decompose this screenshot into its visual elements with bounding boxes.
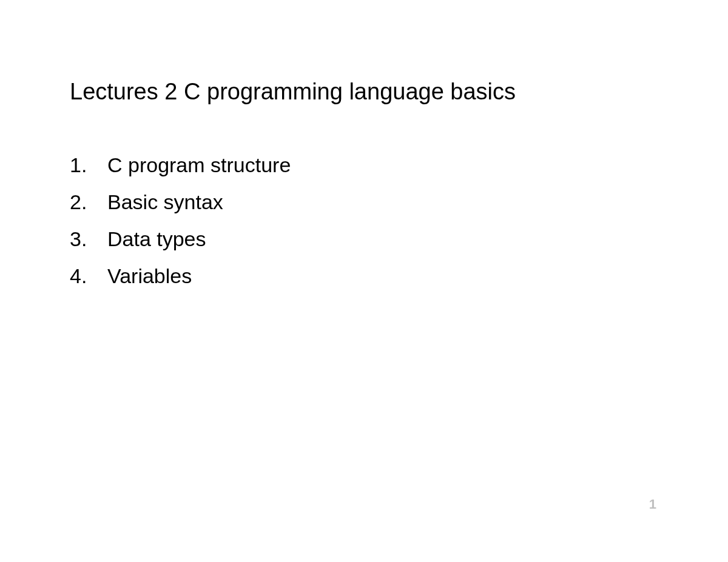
slide-title: Lectures 2 C programming language basics bbox=[70, 79, 658, 105]
list-number: 3. bbox=[70, 227, 107, 251]
list-item: 2. Basic syntax bbox=[70, 190, 658, 214]
list-number: 1. bbox=[70, 153, 107, 177]
list-text: Variables bbox=[107, 264, 192, 288]
list-number: 2. bbox=[70, 190, 107, 214]
list-item: 4. Variables bbox=[70, 264, 658, 288]
outline-list: 1. C program structure 2. Basic syntax 3… bbox=[70, 153, 658, 288]
list-text: Data types bbox=[107, 227, 206, 251]
list-number: 4. bbox=[70, 264, 107, 288]
list-item: 3. Data types bbox=[70, 227, 658, 251]
list-item: 1. C program structure bbox=[70, 153, 658, 177]
page-number: 1 bbox=[649, 497, 656, 512]
list-text: C program structure bbox=[107, 153, 291, 177]
slide: Lectures 2 C programming language basics… bbox=[0, 0, 728, 562]
list-text: Basic syntax bbox=[107, 190, 223, 214]
